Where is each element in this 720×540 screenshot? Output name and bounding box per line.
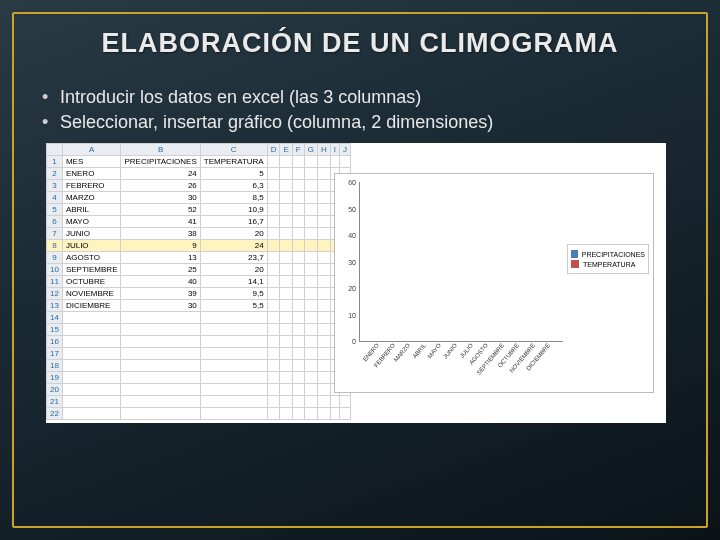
y-tick: 60 (338, 179, 356, 186)
x-tick-label: JUNIO (442, 342, 458, 360)
row-header: 8 (47, 240, 63, 252)
cell: OCTUBRE (62, 276, 121, 288)
cell: TEMPERATURA (200, 156, 267, 168)
cell: AGOSTO (62, 252, 121, 264)
col-header: D (267, 144, 280, 156)
row-header: 20 (47, 384, 63, 396)
cell: 13 (121, 252, 200, 264)
row-header: 2 (47, 168, 63, 180)
col-header: G (304, 144, 317, 156)
col-header: J (339, 144, 350, 156)
bullet-item: Introducir los datos en excel (las 3 col… (42, 87, 678, 108)
cell: 8,5 (200, 192, 267, 204)
cell: MARZO (62, 192, 121, 204)
row-header: 5 (47, 204, 63, 216)
cell: NOVIEMBRE (62, 288, 121, 300)
row-header: 12 (47, 288, 63, 300)
spreadsheet: A B C D E F G H I J 1MESPRECIPITACIONEST… (46, 143, 326, 420)
cell: 23,7 (200, 252, 267, 264)
cell: ABRIL (62, 204, 121, 216)
row-header: 16 (47, 336, 63, 348)
row-header: 15 (47, 324, 63, 336)
col-header: F (292, 144, 304, 156)
row-header: 22 (47, 408, 63, 420)
cell: 5 (200, 168, 267, 180)
cell: FEBRERO (62, 180, 121, 192)
row-header: 9 (47, 252, 63, 264)
x-tick-label: MAYO (427, 342, 443, 359)
cell: 9,5 (200, 288, 267, 300)
y-tick: 30 (338, 258, 356, 265)
legend-swatch-precip (571, 250, 578, 258)
row-header: 6 (47, 216, 63, 228)
cell: PRECIPITACIONES (121, 156, 200, 168)
row-header: 4 (47, 192, 63, 204)
cell: 20 (200, 228, 267, 240)
cell: 9 (121, 240, 200, 252)
cell: 52 (121, 204, 200, 216)
cell: MES (62, 156, 121, 168)
legend-entry: PRECIPITACIONES (571, 250, 645, 258)
row-header: 13 (47, 300, 63, 312)
row-header: 14 (47, 312, 63, 324)
legend-label: TEMPERATURA (583, 261, 635, 268)
legend-swatch-temp (571, 260, 579, 268)
cell: 20 (200, 264, 267, 276)
cell: 25 (121, 264, 200, 276)
cell: 24 (200, 240, 267, 252)
excel-screenshot: A B C D E F G H I J 1MESPRECIPITACIONEST… (46, 143, 666, 423)
cell: 5,5 (200, 300, 267, 312)
bars-layer: ENEROFEBREROMARZOABRILMAYOJUNIOJULIOAGOS… (360, 182, 563, 341)
col-header: E (280, 144, 292, 156)
col-header: A (62, 144, 121, 156)
cell: 30 (121, 192, 200, 204)
col-header: B (121, 144, 200, 156)
y-tick: 20 (338, 285, 356, 292)
row-header: 21 (47, 396, 63, 408)
col-header: H (317, 144, 330, 156)
x-tick-label: ABRIL (411, 342, 427, 359)
column-header-row: A B C D E F G H I J (47, 144, 351, 156)
col-header: I (330, 144, 339, 156)
bullet-item: Seleccionar, insertar gráfico (columna, … (42, 112, 678, 133)
cell: 40 (121, 276, 200, 288)
cell: MAYO (62, 216, 121, 228)
legend-label: PRECIPITACIONES (582, 251, 645, 258)
cell: ENERO (62, 168, 121, 180)
y-tick: 0 (338, 338, 356, 345)
chart-legend: PRECIPITACIONES TEMPERATURA (567, 244, 649, 274)
slide-title: ELABORACIÓN DE UN CLIMOGRAMA (42, 28, 678, 59)
cell: JULIO (62, 240, 121, 252)
cell: 16,7 (200, 216, 267, 228)
row-header: 1 (47, 156, 63, 168)
y-tick: 10 (338, 311, 356, 318)
row-header: 17 (47, 348, 63, 360)
row-header: 18 (47, 360, 63, 372)
cell: JUNIO (62, 228, 121, 240)
cell: 30 (121, 300, 200, 312)
cell: 41 (121, 216, 200, 228)
bullet-list: Introducir los datos en excel (las 3 col… (42, 87, 678, 133)
cell: 24 (121, 168, 200, 180)
corner-cell (47, 144, 63, 156)
y-tick: 50 (338, 205, 356, 212)
row-header: 10 (47, 264, 63, 276)
cell: 38 (121, 228, 200, 240)
row-header: 7 (47, 228, 63, 240)
cell: 39 (121, 288, 200, 300)
cell: 14,1 (200, 276, 267, 288)
column-chart: ENEROFEBREROMARZOABRILMAYOJUNIOJULIOAGOS… (334, 173, 654, 393)
cell: SEPTIEMBRE (62, 264, 121, 276)
plot-area: ENEROFEBREROMARZOABRILMAYOJUNIOJULIOAGOS… (359, 182, 563, 342)
slide-frame: ELABORACIÓN DE UN CLIMOGRAMA Introducir … (12, 12, 708, 528)
y-tick: 40 (338, 232, 356, 239)
row-header: 3 (47, 180, 63, 192)
cell: DICIEMBRE (62, 300, 121, 312)
col-header: C (200, 144, 267, 156)
row-header: 19 (47, 372, 63, 384)
cell: 26 (121, 180, 200, 192)
legend-entry: TEMPERATURA (571, 260, 645, 268)
cell: 10,9 (200, 204, 267, 216)
cell: 6,3 (200, 180, 267, 192)
row-header: 11 (47, 276, 63, 288)
